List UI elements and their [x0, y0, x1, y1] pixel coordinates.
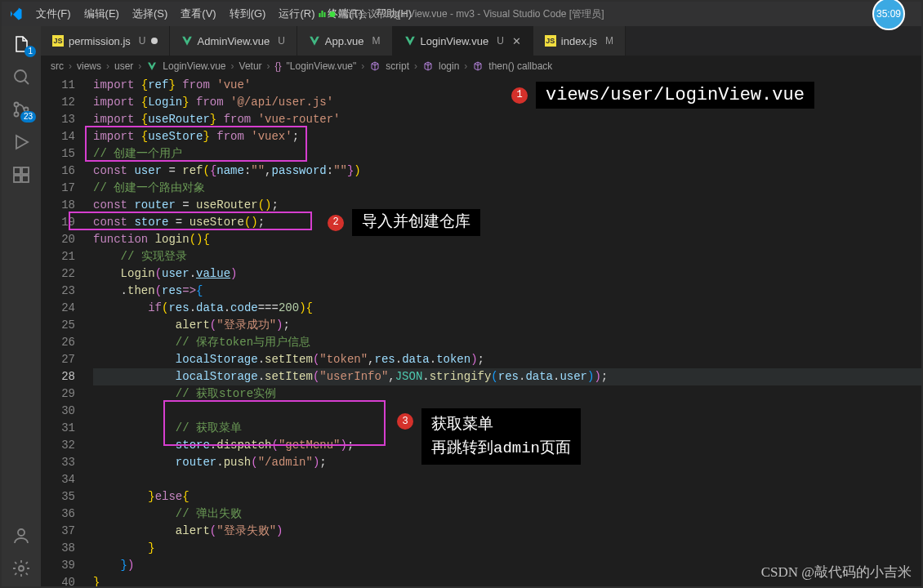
code-line[interactable]: }else{ [93, 488, 921, 506]
code-line[interactable]: if(res.data.code===200){ [93, 300, 921, 317]
chevron-right-icon: › [464, 60, 467, 72]
vue-file-icon [146, 60, 158, 72]
code-line[interactable]: // 获取store实例 [93, 385, 921, 403]
breadcrumb-item[interactable]: user [114, 60, 133, 72]
tab-label: LoginView.vue [421, 35, 489, 47]
code-line[interactable]: alert("登录失败") [93, 523, 921, 540]
tab-status: M [372, 35, 381, 47]
code-line[interactable]: } [93, 540, 921, 557]
code-line[interactable]: Login(user.value) [93, 265, 921, 283]
code-line[interactable]: const router = useRouter(); [93, 197, 921, 214]
code-line[interactable]: // 保存token与用户信息 [93, 334, 921, 351]
editor-area: JSpermission.jsUAdminView.vueUApp.vueMLo… [41, 26, 921, 586]
activity-bar: 1 23 [2, 26, 41, 586]
svg-point-1 [15, 103, 19, 107]
chevron-right-icon: › [69, 60, 72, 72]
code-line[interactable]: alert("登录成功"); [93, 317, 921, 334]
svg-rect-6 [14, 176, 20, 182]
js-file-icon: JS [545, 35, 556, 47]
code-editor[interactable]: 1112131415161718192021222324252627282930… [41, 77, 921, 586]
account-icon[interactable] [11, 526, 31, 546]
code-line[interactable]: // 实现登录 [93, 248, 921, 265]
chevron-right-icon: › [106, 60, 109, 72]
title-bar: 文件(F)编辑(E)选择(S)查看(V)转到(G)运行(R)终端(T)帮助(H)… [2, 2, 921, 26]
breadcrumb-item[interactable]: "LoginView.vue" [287, 60, 357, 72]
editor-tab[interactable]: AdminView.vueU [170, 26, 297, 56]
vue-file-icon [404, 35, 416, 47]
code-line[interactable]: import {useStore} from 'vuex'; [93, 128, 921, 145]
code-lines[interactable]: 1 views/user/LoginView.vue 2 导入并创建仓库 3 获… [87, 77, 921, 586]
vue-file-icon [181, 35, 193, 47]
breadcrumb-item[interactable]: src [51, 60, 64, 72]
chevron-right-icon: › [361, 60, 364, 72]
code-line[interactable]: .then(res=>{ [93, 283, 921, 300]
menu-item[interactable]: 查看(V) [176, 3, 221, 24]
breadcrumb-item[interactable]: LoginView.vue [163, 60, 225, 72]
editor-tab[interactable]: LoginView.vueU✕ [393, 26, 533, 56]
tab-label: index.js [561, 35, 597, 47]
annotation-badge-2: 2 [328, 215, 344, 231]
source-control-icon[interactable]: 23 [11, 100, 31, 119]
js-file-icon: JS [52, 35, 64, 47]
search-icon[interactable] [11, 67, 31, 87]
modified-dot-icon [151, 38, 158, 44]
code-line[interactable]: const user = ref({name:"",password:""}) [93, 163, 921, 180]
tab-label: AdminView.vue [198, 35, 270, 47]
code-line[interactable] [93, 471, 921, 488]
code-line[interactable]: // 弹出失败 [93, 506, 921, 523]
chevron-right-icon: › [231, 60, 234, 72]
code-line[interactable]: localStorage.setItem("token",res.data.to… [93, 351, 921, 368]
vscode-logo-icon [8, 7, 23, 21]
symbol-method-icon [369, 60, 381, 72]
editor-tab[interactable]: App.vueM [297, 26, 393, 56]
annotation-3: 3 获取菜单 再跳转到admin页面 [397, 408, 581, 465]
breadcrumb[interactable]: src›views›user›LoginView.vue›Vetur›{}"Lo… [41, 56, 921, 77]
vue-file-icon [309, 35, 320, 47]
tab-status: U [278, 35, 285, 47]
menu-item[interactable]: 文件(F) [31, 3, 76, 24]
close-icon[interactable]: ✕ [512, 35, 521, 47]
code-line[interactable]: // 创建一个用户 [93, 145, 921, 163]
tab-status: U [139, 35, 146, 47]
editor-tab[interactable]: JSindex.jsM [533, 26, 626, 56]
breadcrumb-item[interactable]: then() callback [488, 60, 552, 72]
svg-rect-4 [14, 167, 20, 174]
symbol-method-icon [472, 60, 484, 72]
annotation-2: 2 导入并创建仓库 [328, 209, 480, 236]
code-line[interactable]: localStorage.setItem("userInfo",JSON.str… [93, 368, 921, 385]
code-line[interactable]: function login(){ [93, 231, 921, 248]
settings-icon[interactable] [11, 559, 31, 578]
extensions-icon[interactable] [11, 165, 31, 185]
svg-rect-7 [22, 176, 29, 182]
menu-item[interactable]: 选择(S) [127, 3, 172, 24]
svg-point-9 [19, 566, 24, 571]
menu-item[interactable]: 编辑(E) [79, 3, 124, 24]
annotation-text-2: 导入并创建仓库 [352, 209, 480, 236]
tab-label: permission.js [69, 35, 131, 47]
breadcrumb-item[interactable]: Vetur [239, 60, 262, 72]
code-line[interactable]: import {useRouter} from 'vue-router' [93, 111, 921, 128]
editor-tab[interactable]: JSpermission.jsU [41, 26, 170, 56]
annotation-text-1: views/user/LoginView.vue [536, 82, 814, 109]
run-debug-icon[interactable] [11, 132, 31, 152]
chevron-right-icon: › [414, 60, 417, 72]
code-line[interactable]: // 创建一个路由对象 [93, 180, 921, 197]
braces-icon: {} [275, 60, 282, 72]
annotation-badge-1: 1 [511, 87, 528, 104]
menu-item[interactable]: 运行(R) [274, 3, 319, 24]
breadcrumb-item[interactable]: views [77, 60, 101, 72]
breadcrumb-item[interactable]: login [439, 60, 459, 72]
chevron-right-icon: › [138, 60, 141, 72]
annotation-badge-3: 3 [397, 413, 413, 430]
line-gutter: 1112131415161718192021222324252627282930… [41, 77, 87, 586]
tab-status: M [605, 35, 613, 47]
tab-status: U [497, 35, 504, 47]
code-line[interactable]: const store = useStore(); [93, 214, 921, 231]
symbol-method-icon [422, 60, 434, 72]
editor-tabs: JSpermission.jsUAdminView.vueUApp.vueMLo… [41, 26, 921, 56]
breadcrumb-item[interactable]: script [386, 60, 409, 72]
window-title: LoginView.vue - mv3 - Visual Studio Code… [384, 7, 604, 21]
watermark: CSDN @敲代码的小吉米 [761, 563, 912, 581]
explorer-icon[interactable]: 1 [11, 34, 31, 54]
menu-item[interactable]: 转到(G) [225, 3, 271, 24]
